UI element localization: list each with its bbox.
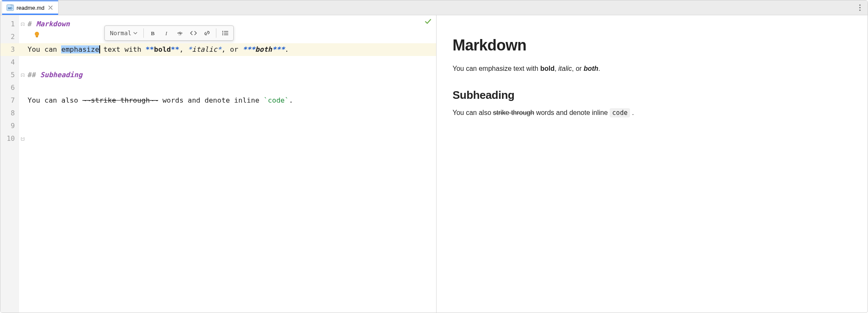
lightbulb-icon[interactable] [34,31,40,38]
selection: emphasize [61,45,99,53]
line-number-gutter: 1 2 3 4 5 6 7 8 9 10 [0,15,19,313]
file-tab-readme[interactable]: MD readme.md [2,0,59,15]
fold-gutter [19,15,26,313]
preview-h2: Subheading [453,89,851,102]
code-line[interactable] [26,56,436,69]
line-number: 4 [0,56,19,69]
italic-button[interactable]: I [160,27,173,39]
editor-pane[interactable]: 1 2 3 4 5 6 7 8 9 10 [0,15,437,313]
close-icon[interactable] [47,4,54,11]
fold-toggle-icon[interactable] [19,18,26,31]
code-button[interactable] [187,27,200,39]
line-number: 1 [0,18,19,31]
list-button[interactable] [219,27,232,39]
svg-rect-5 [36,36,38,37]
line-number: 7 [0,94,19,107]
svg-point-3 [859,7,860,8]
preview-paragraph: You can emphasize text with bold, italic… [453,64,851,74]
markdown-file-icon: MD [6,4,14,11]
fold-end-icon [19,132,26,145]
line-number: 10 [0,132,19,145]
toolbar-separator [216,28,216,38]
code-line[interactable]: ## Subheading [26,69,436,81]
preview-inline-code: code [610,108,630,117]
toolbar-separator [143,28,144,38]
code-area[interactable]: # Markdown You can emphasize text with *… [26,15,436,313]
svg-text:I: I [165,30,167,36]
more-menu-icon[interactable] [854,0,866,15]
svg-text:B: B [151,30,154,36]
split-view: 1 2 3 4 5 6 7 8 9 10 [0,15,868,313]
line-number: 9 [0,120,19,132]
fold-toggle-icon[interactable] [19,69,26,81]
paragraph-style-select[interactable]: Normal [106,27,141,39]
code-line[interactable] [26,107,436,120]
tab-label: readme.md [17,5,45,11]
editor-window: MD readme.md 1 2 [0,0,868,313]
line-number: 3 [0,43,19,56]
code-line[interactable] [26,81,436,94]
line-number: 6 [0,81,19,94]
preview-h1: Markdown [453,36,851,54]
chevron-down-icon [133,31,137,35]
code-line-active[interactable]: You can emphasize text with **bold**, *i… [26,43,436,56]
tab-bar: MD readme.md [0,0,868,15]
svg-point-12 [222,33,223,34]
svg-point-4 [859,9,860,11]
bold-button[interactable]: B [146,27,159,39]
svg-point-10 [222,31,223,32]
inspection-ok-icon[interactable] [424,18,432,25]
paragraph-style-label: Normal [110,30,132,36]
svg-point-14 [222,34,223,35]
markdown-preview-pane[interactable]: Markdown You can emphasize text with bol… [437,15,868,313]
code-line[interactable]: You can also ~~strike through~~ words an… [26,94,436,107]
link-button[interactable] [201,27,213,39]
code-line[interactable] [26,132,436,145]
line-number: 5 [0,69,19,81]
preview-paragraph: You can also strike through words and de… [453,108,851,118]
strikethrough-button[interactable]: S [174,27,186,39]
floating-format-toolbar: Normal B I S [104,25,234,41]
svg-point-2 [859,4,860,6]
line-number: 2 [0,31,19,43]
code-line[interactable] [26,120,436,132]
svg-text:MD: MD [8,7,13,10]
line-number: 8 [0,107,19,120]
